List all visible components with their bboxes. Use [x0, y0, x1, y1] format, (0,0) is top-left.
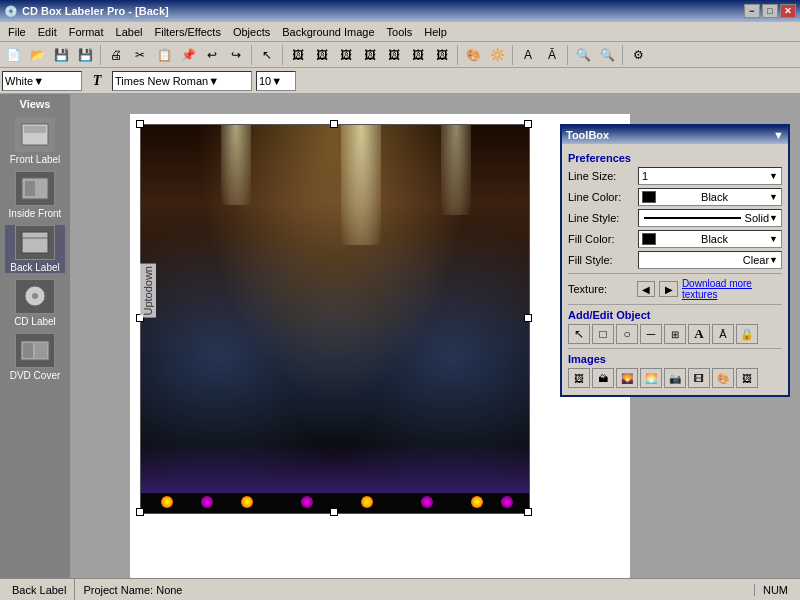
misc-button[interactable]: ⚙: [627, 44, 649, 66]
sel-handle-bc[interactable]: [330, 508, 338, 516]
image6-button[interactable]: 🖼: [407, 44, 429, 66]
line-size-select[interactable]: 1 ▼: [638, 167, 782, 185]
image3-button[interactable]: 🖼: [335, 44, 357, 66]
font-name-select[interactable]: Times New Roman ▼: [112, 71, 252, 91]
img-tool-7[interactable]: 🎨: [712, 368, 734, 388]
sel-handle-tr[interactable]: [524, 120, 532, 128]
inside-front-text: Inside Front: [9, 208, 62, 219]
texture-download-link[interactable]: Download more textures: [682, 278, 782, 300]
menu-objects[interactable]: Objects: [227, 24, 276, 40]
save2-button[interactable]: 💾: [74, 44, 96, 66]
cd-label-text: CD Label: [14, 316, 56, 327]
tool-arctext-btn[interactable]: Ā: [712, 324, 734, 344]
text2-button[interactable]: Ā: [541, 44, 563, 66]
paste-button[interactable]: 📌: [177, 44, 199, 66]
img-tool-5[interactable]: 📷: [664, 368, 686, 388]
tool-table-btn[interactable]: ⊞: [664, 324, 686, 344]
image1-button[interactable]: 🖼: [287, 44, 309, 66]
image5-button[interactable]: 🖼: [383, 44, 405, 66]
tool-ellipse-btn[interactable]: ○: [616, 324, 638, 344]
image2-button[interactable]: 🖼: [311, 44, 333, 66]
tool-select-btn[interactable]: ↖: [568, 324, 590, 344]
img-tool-1[interactable]: 🖼: [568, 368, 590, 388]
toolbar-sep7: [622, 45, 623, 65]
img-tool-8[interactable]: 🖼: [736, 368, 758, 388]
texture-back-btn[interactable]: ◀: [637, 281, 656, 297]
toolbox-title-bar[interactable]: ToolBox ▼: [562, 126, 788, 144]
title-bar: 💿 CD Box Labeler Pro - [Back] − □ ✕: [0, 0, 800, 22]
divider-2: [568, 304, 782, 305]
menu-help[interactable]: Help: [418, 24, 453, 40]
sel-handle-bl[interactable]: [136, 508, 144, 516]
zoom2-button[interactable]: 🔍: [596, 44, 618, 66]
undo-button[interactable]: ↩: [201, 44, 223, 66]
image7-button[interactable]: 🖼: [431, 44, 453, 66]
fill-style-select[interactable]: Clear ▼: [638, 251, 782, 269]
print-button[interactable]: 🖨: [105, 44, 127, 66]
effect2-button[interactable]: 🔆: [486, 44, 508, 66]
tool-rect-btn[interactable]: □: [592, 324, 614, 344]
fill-color-label: Fill Color:: [568, 233, 638, 245]
view-back-label[interactable]: Back Label: [5, 225, 65, 273]
light-8: [501, 496, 513, 508]
img-tool-2[interactable]: 🏔: [592, 368, 614, 388]
tool-line-btn[interactable]: ─: [640, 324, 662, 344]
open-button[interactable]: 📂: [26, 44, 48, 66]
menu-format[interactable]: Format: [63, 24, 110, 40]
title-bar-controls: − □ ✕: [744, 4, 796, 18]
toolbox-minimize-btn[interactable]: ▼: [773, 129, 784, 141]
copy-button[interactable]: 📋: [153, 44, 175, 66]
menu-background[interactable]: Background Image: [276, 24, 380, 40]
menu-file[interactable]: File: [2, 24, 32, 40]
line-color-select[interactable]: Black ▼: [638, 188, 782, 206]
maximize-button[interactable]: □: [762, 4, 778, 18]
tool-text-btn[interactable]: A: [688, 324, 710, 344]
fill-style-row: Fill Style: Clear ▼: [568, 251, 782, 269]
view-cd-label[interactable]: CD Label: [5, 279, 65, 327]
tool-lock-btn[interactable]: 🔒: [736, 324, 758, 344]
menu-edit[interactable]: Edit: [32, 24, 63, 40]
img-tool-6[interactable]: 🎞: [688, 368, 710, 388]
preferences-section-title: Preferences: [568, 152, 782, 164]
font-size-arrow: ▼: [271, 75, 282, 87]
img-tool-3[interactable]: 🌄: [616, 368, 638, 388]
select-button[interactable]: ↖: [256, 44, 278, 66]
view-front-label[interactable]: Front Label: [5, 117, 65, 165]
light-3: [241, 496, 253, 508]
menu-label[interactable]: Label: [110, 24, 149, 40]
cut-button[interactable]: ✂: [129, 44, 151, 66]
svg-rect-9: [23, 343, 33, 358]
close-button[interactable]: ✕: [780, 4, 796, 18]
menu-tools[interactable]: Tools: [381, 24, 419, 40]
image4-button[interactable]: 🖼: [359, 44, 381, 66]
texture-fwd-btn[interactable]: ▶: [659, 281, 678, 297]
line-style-select[interactable]: Solid ▼: [638, 209, 782, 227]
effect1-button[interactable]: 🎨: [462, 44, 484, 66]
text1-button[interactable]: A: [517, 44, 539, 66]
font-size-value: 10: [259, 75, 271, 87]
save-button[interactable]: 💾: [50, 44, 72, 66]
back-label-icon: [15, 225, 55, 260]
fill-color-select[interactable]: Black ▼: [638, 230, 782, 248]
toolbar-sep1: [100, 45, 101, 65]
app-icon: 💿: [4, 5, 18, 18]
minimize-button[interactable]: −: [744, 4, 760, 18]
sel-handle-tc[interactable]: [330, 120, 338, 128]
font-size-select[interactable]: 10 ▼: [256, 71, 296, 91]
menu-filters[interactable]: Filters/Effects: [148, 24, 226, 40]
view-dvd-cover[interactable]: DVD Cover: [5, 333, 65, 381]
sel-handle-br[interactable]: [524, 508, 532, 516]
zoom1-button[interactable]: 🔍: [572, 44, 594, 66]
silhouette-3: [141, 505, 206, 514]
img-tool-4[interactable]: 🌅: [640, 368, 662, 388]
font-color-select[interactable]: White ▼: [2, 71, 82, 91]
canvas-inner: Uptodown: [130, 114, 630, 578]
redo-button[interactable]: ↪: [225, 44, 247, 66]
sel-handle-mr[interactable]: [524, 314, 532, 322]
view-inside-front[interactable]: Inside Front: [5, 171, 65, 219]
canvas-image[interactable]: [140, 124, 530, 514]
new-button[interactable]: 📄: [2, 44, 24, 66]
texture-label: Texture:: [568, 283, 633, 295]
fill-style-arrow: ▼: [769, 255, 778, 265]
sel-handle-tl[interactable]: [136, 120, 144, 128]
